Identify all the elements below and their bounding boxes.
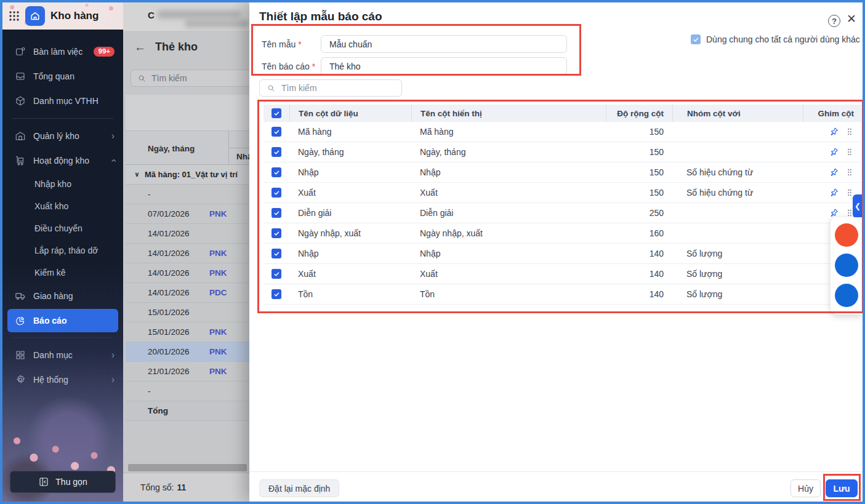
pin-column-icon[interactable] <box>829 127 839 137</box>
sidebar-item-giao-hang[interactable]: Giao hàng <box>2 284 123 308</box>
row-checkbox[interactable] <box>272 249 281 258</box>
sidebar-item-label: Danh mục <box>33 350 104 360</box>
select-all-checkbox[interactable] <box>272 108 281 118</box>
column-config-row[interactable]: NhậpNhập140Số lượng <box>264 244 861 264</box>
sidebar-item-kiem-ke[interactable]: Kiểm kê <box>2 262 123 284</box>
row-doc-link[interactable]: PDC <box>209 288 227 297</box>
help-icon[interactable]: ? <box>828 15 840 27</box>
column-config-row[interactable]: Mã hàngMã hàng150 <box>264 122 861 142</box>
row-doc-link[interactable]: PNK <box>209 327 227 337</box>
sidebar-item-tong-quan[interactable]: Tổng quan <box>2 64 123 89</box>
app-launcher-icon[interactable] <box>9 10 20 22</box>
cell-display-name: Diễn giải <box>411 208 606 218</box>
background-search[interactable] <box>131 70 249 87</box>
row-doc-link[interactable]: PNK <box>209 367 227 376</box>
sidebar-item-xuat-kho[interactable]: Xuất kho <box>2 195 123 217</box>
save-button[interactable]: Lưu <box>826 479 858 497</box>
stock-card-row[interactable]: 21/01/2026PNK <box>126 362 249 382</box>
pin-column-icon[interactable] <box>829 167 839 178</box>
row-checkbox[interactable] <box>272 188 281 198</box>
sidebar-item-danh-muc[interactable]: Danh mục› <box>2 343 123 367</box>
modal-title: Thiết lập mẫu báo cáo <box>259 10 382 23</box>
row-checkbox[interactable] <box>272 228 281 238</box>
sidebar-item-hoat-dong-kho[interactable]: Hoạt động kho› <box>2 148 123 173</box>
column-config-row[interactable]: XuấtXuất140Số lượng <box>264 264 861 284</box>
chat-support-button[interactable] <box>835 254 858 277</box>
row-doc-link[interactable]: PNK <box>209 249 227 258</box>
horizontal-scrollbar[interactable] <box>128 464 247 471</box>
sidebar-item-quan-ly-kho[interactable]: Quản lý kho› <box>2 124 123 148</box>
modal-search-input[interactable] <box>281 83 380 93</box>
stock-card-row[interactable]: 14/01/2026 <box>126 224 249 244</box>
column-header-date: Ngày, tháng <box>148 131 195 166</box>
row-checkbox[interactable] <box>272 289 281 299</box>
row-doc-link[interactable]: PNK <box>209 209 227 218</box>
column-header-doc: Nhậ <box>228 131 249 164</box>
trolley-icon <box>15 155 26 166</box>
cell-width: 150 <box>606 127 672 137</box>
sidebar-item-ban-lam-viec[interactable]: Bàn làm việc99+ <box>2 39 123 64</box>
sidebar-item-label: Giao hàng <box>33 291 115 301</box>
row-checkbox[interactable] <box>272 167 281 177</box>
pin-column-icon[interactable] <box>829 208 839 218</box>
stock-card-row[interactable]: 20/01/2026PNK <box>126 342 249 362</box>
row-checkbox[interactable] <box>272 208 281 218</box>
row-checkbox-cell <box>264 127 289 137</box>
ai-assistant-button[interactable] <box>835 223 858 247</box>
template-name-input[interactable] <box>321 35 567 53</box>
pin-column-icon[interactable] <box>829 188 839 198</box>
row-doc-link[interactable]: PNK <box>209 347 227 356</box>
modal-search[interactable] <box>259 79 402 97</box>
column-config-row[interactable]: Ngày nhập, xuấtNgày nhập, xuất160 <box>264 223 861 244</box>
close-icon[interactable]: ✕ <box>847 13 856 25</box>
stock-card-row[interactable]: 15/01/2026PNK <box>126 322 249 342</box>
cell-group: Số hiệu chứng từ <box>672 167 803 177</box>
share-checkbox[interactable] <box>691 34 701 44</box>
report-name-input[interactable] <box>321 57 567 75</box>
row-checkbox[interactable] <box>272 127 281 137</box>
column-config-row[interactable]: XuấtXuất150Số hiệu chứng từ <box>264 183 861 203</box>
sidebar-item-dieu-chuyen[interactable]: Điều chuyển <box>2 217 123 239</box>
column-config-row[interactable]: Ngày, thángNgày, tháng150 <box>264 142 861 162</box>
pin-column-icon[interactable] <box>829 147 839 158</box>
cell-actions <box>803 127 861 137</box>
sidebar-item-bao-cao[interactable]: Báo cáo <box>7 309 118 332</box>
column-config-row[interactable]: Diễn giảiDiễn giải250 <box>264 203 861 223</box>
column-group-header <box>229 131 249 148</box>
fab-collapse-tab[interactable]: ❮ <box>853 194 863 218</box>
stock-card-row[interactable]: 14/01/2026PDC <box>126 283 249 303</box>
cancel-button[interactable]: Hủy <box>791 479 821 497</box>
table-group-row[interactable]: ∨ Mã hàng: 01_Vật tư vị trí <box>126 165 249 185</box>
stock-card-row[interactable]: 14/01/2026PNK <box>126 263 249 283</box>
row-checkbox-cell <box>264 208 289 218</box>
back-arrow-icon[interactable]: ← <box>134 41 146 54</box>
row-checkbox[interactable] <box>272 147 281 157</box>
sidebar-item-lap-rap-thao-do[interactable]: Lắp ráp, tháo dỡ <box>2 239 123 262</box>
cell-display-name: Xuất <box>411 188 606 198</box>
drag-handle-icon[interactable] <box>845 127 854 136</box>
row-date: - <box>126 386 209 396</box>
reset-default-button[interactable]: Đặt lại mặc định <box>259 479 339 497</box>
background-search-input[interactable] <box>151 73 225 83</box>
sidebar-item-danh-muc-vthh[interactable]: Danh mục VTHH <box>2 89 123 113</box>
cell-width: 140 <box>606 269 672 279</box>
sidebar-collapse-button[interactable]: Thu gọn <box>10 471 116 493</box>
cell-display-name: Nhập <box>411 249 606 258</box>
drag-handle-icon[interactable] <box>845 168 854 177</box>
sidebar-item-nhap-kho[interactable]: Nhập kho <box>2 173 123 195</box>
stock-card-row[interactable]: 14/01/2026PNK <box>126 244 249 263</box>
column-config-row[interactable]: NhậpNhập150Số hiệu chứng từ <box>264 162 861 183</box>
cell-data-name: Mã hàng <box>289 127 411 137</box>
chevron-right-icon: › <box>111 131 115 141</box>
row-doc-link[interactable]: PNK <box>209 268 227 278</box>
row-checkbox[interactable] <box>272 269 281 279</box>
column-config-row[interactable]: TồnTồn140Số lượng <box>264 284 861 305</box>
stock-card-row[interactable]: 07/01/2026PNK <box>126 204 249 224</box>
stock-card-row[interactable]: - <box>126 382 249 401</box>
stock-card-row[interactable]: - <box>126 185 249 204</box>
cell-width: 140 <box>606 249 672 258</box>
help-tips-button[interactable] <box>835 284 858 307</box>
drag-handle-icon[interactable] <box>845 148 854 156</box>
sidebar-item-he-thong[interactable]: Hệ thống› <box>2 367 123 392</box>
stock-card-row[interactable]: 15/01/2026 <box>126 303 249 322</box>
